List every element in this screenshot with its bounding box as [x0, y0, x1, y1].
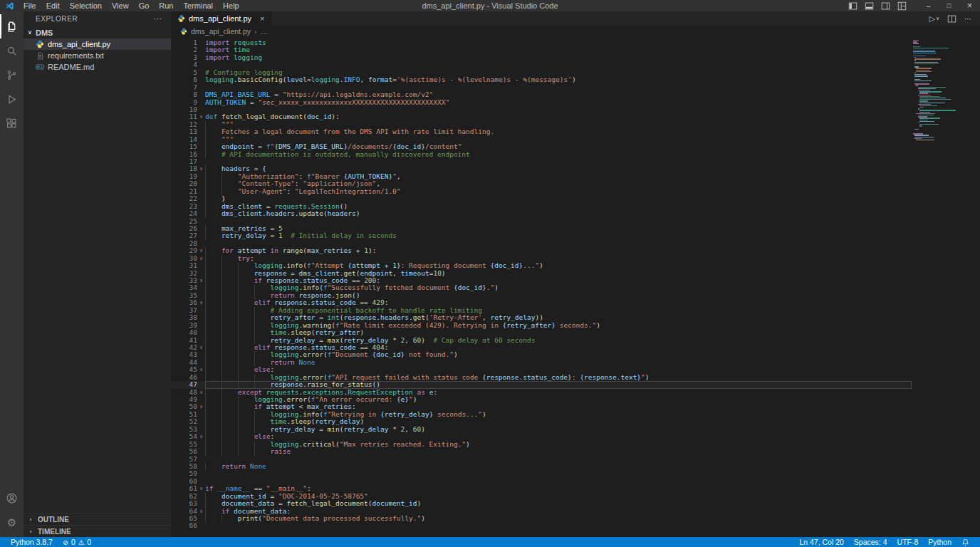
- settings-icon[interactable]: ⚙: [0, 510, 24, 534]
- indent-guide: [205, 366, 221, 373]
- fold-icon[interactable]: ∨: [197, 485, 205, 492]
- menu-selection[interactable]: Selection: [65, 0, 107, 11]
- account-icon[interactable]: [0, 486, 24, 510]
- editor-more-actions-button[interactable]: ⋯: [964, 15, 971, 23]
- indent-guide: [221, 277, 238, 284]
- maximize-button[interactable]: □: [939, 0, 959, 11]
- language-mode[interactable]: Python: [923, 537, 956, 547]
- minimap-line: [918, 87, 946, 88]
- code-line[interactable]: 57: [171, 456, 912, 463]
- code-line[interactable]: 44return None: [171, 359, 912, 366]
- minimap[interactable]: [913, 40, 970, 142]
- notifications-bell-icon[interactable]: [956, 537, 974, 547]
- folder-row-dms[interactable]: ∨ DMS: [24, 26, 171, 38]
- extensions-icon[interactable]: [0, 111, 24, 135]
- code-line[interactable]: 6logging.basicConfig(level=logging.INFO,…: [171, 76, 912, 83]
- menu-file[interactable]: File: [19, 0, 41, 11]
- file-row-readme-md[interactable]: README.md: [24, 61, 171, 73]
- fold-icon[interactable]: ∨: [197, 389, 205, 396]
- code-line[interactable]: 24dms_client.headers.update(headers): [171, 210, 912, 217]
- run-debug-icon[interactable]: [0, 87, 24, 111]
- code-line[interactable]: 17: [171, 158, 912, 165]
- split-editor-button[interactable]: [947, 14, 956, 24]
- fold-icon[interactable]: ∨: [197, 508, 205, 515]
- breadcrumb-file[interactable]: dms_api_client.py: [191, 27, 251, 36]
- indent-guide: [205, 255, 221, 262]
- fold-icon[interactable]: ∨: [197, 433, 205, 440]
- code-line[interactable]: 16# API documentation is outdated, manua…: [171, 151, 912, 158]
- file-row-dms-api-client-py[interactable]: dms_api_client.py: [24, 38, 171, 50]
- fold-icon[interactable]: ∨: [197, 366, 205, 373]
- menu-view[interactable]: View: [107, 0, 134, 11]
- minimap-line: [913, 49, 970, 50]
- fold-icon[interactable]: ∨: [197, 344, 205, 351]
- breadcrumb-more[interactable]: …: [260, 27, 268, 36]
- menu-help[interactable]: Help: [218, 0, 244, 11]
- code-line[interactable]: 3import logging: [171, 54, 912, 61]
- section-outline[interactable]: ›OUTLINE: [24, 513, 171, 525]
- menu-go[interactable]: Go: [134, 0, 155, 11]
- code-line[interactable]: 59: [171, 470, 912, 477]
- fold-icon[interactable]: ∨: [197, 277, 205, 284]
- python-interpreter[interactable]: Python 3.8.7: [6, 537, 58, 547]
- section-timeline[interactable]: ›TIMELINE: [24, 525, 171, 537]
- fold-icon[interactable]: ∨: [197, 255, 205, 262]
- menu-run[interactable]: Run: [154, 0, 178, 11]
- minimize-button[interactable]: –: [918, 0, 939, 11]
- code-line[interactable]: 11∨def fetch_legal_document(doc_id):: [171, 113, 912, 120]
- indent-guide: [205, 299, 221, 306]
- close-window-button[interactable]: ×: [959, 0, 980, 11]
- activity-bar: ⚙: [0, 11, 24, 537]
- indent-guide: [221, 403, 238, 410]
- code-line[interactable]: 1import requests: [171, 39, 912, 46]
- source-control-icon[interactable]: [0, 63, 24, 87]
- code-line[interactable]: 29∨for attempt in range(max_retries + 1)…: [171, 247, 912, 254]
- toggle-sidebar-icon[interactable]: [848, 1, 858, 11]
- minimap-line: [919, 110, 956, 110]
- toggle-secondary-sidebar-icon[interactable]: [881, 1, 890, 11]
- code-line[interactable]: 65print("Document data processed success…: [171, 515, 912, 522]
- fold-icon[interactable]: ∨: [197, 403, 205, 410]
- code-line[interactable]: 27retry_delay = 1 # Initial delay in sec…: [171, 232, 912, 239]
- minimap-line: [914, 79, 920, 80]
- code-line[interactable]: 66: [171, 522, 912, 529]
- code-editor[interactable]: 1import requests2import time3import logg…: [171, 37, 980, 537]
- overview-ruler[interactable]: [970, 37, 980, 537]
- search-icon[interactable]: [0, 38, 24, 63]
- explorer-more-actions-button[interactable]: ···: [153, 15, 171, 23]
- code-line[interactable]: 56raise: [171, 448, 912, 455]
- code-line[interactable]: 2import time: [171, 46, 912, 53]
- minimap-line: [918, 116, 928, 117]
- file-row-requirements-txt[interactable]: requirements.txt: [24, 50, 171, 61]
- indent-guide: [254, 418, 271, 425]
- code-line[interactable]: 58return None: [171, 463, 912, 470]
- tab-close-icon[interactable]: ×: [260, 14, 264, 23]
- toggle-panel-icon[interactable]: [865, 1, 874, 11]
- indentation[interactable]: Spaces: 4: [849, 537, 892, 547]
- fold-icon[interactable]: ∨: [197, 247, 205, 254]
- encoding[interactable]: UTF-8: [892, 537, 924, 547]
- problems[interactable]: ⊘0⚠0: [58, 537, 96, 547]
- customize-layout-icon[interactable]: [897, 1, 907, 11]
- line-number: 63: [171, 500, 197, 507]
- fold-icon[interactable]: ∨: [197, 299, 205, 306]
- indent-guide: [221, 322, 238, 329]
- menu-edit[interactable]: Edit: [41, 0, 65, 11]
- indent-guide: [205, 508, 221, 515]
- code-line[interactable]: 9AUTH_TOKEN = "sec_xxxxx_xxxxxxxxxxxxXXX…: [171, 99, 912, 106]
- fold-icon[interactable]: ∨: [197, 113, 205, 120]
- tab-dms-api-client[interactable]: dms_api_client.py ×: [171, 11, 271, 26]
- indent-guide: [238, 270, 254, 277]
- code-line[interactable]: 13Fetches a legal document from the DMS …: [171, 128, 912, 135]
- tab-bar: dms_api_client.py × ▷∨⋯: [171, 11, 980, 26]
- fold-icon[interactable]: ∨: [197, 165, 205, 172]
- code-line[interactable]: 53retry_delay = min(retry_delay * 2, 60): [171, 426, 912, 433]
- run-python-file-button[interactable]: ▷∨: [929, 14, 939, 24]
- fold-icon: [197, 456, 205, 463]
- code-line[interactable]: 21"User-Agent": "LegalTechIntegration/1.…: [171, 188, 912, 195]
- menu-terminal[interactable]: Terminal: [179, 0, 219, 11]
- explorer-icon[interactable]: [0, 14, 24, 38]
- indent-guide: [221, 389, 238, 396]
- indent-guide: [205, 165, 221, 172]
- cursor-position[interactable]: Ln 47, Col 20: [794, 537, 848, 547]
